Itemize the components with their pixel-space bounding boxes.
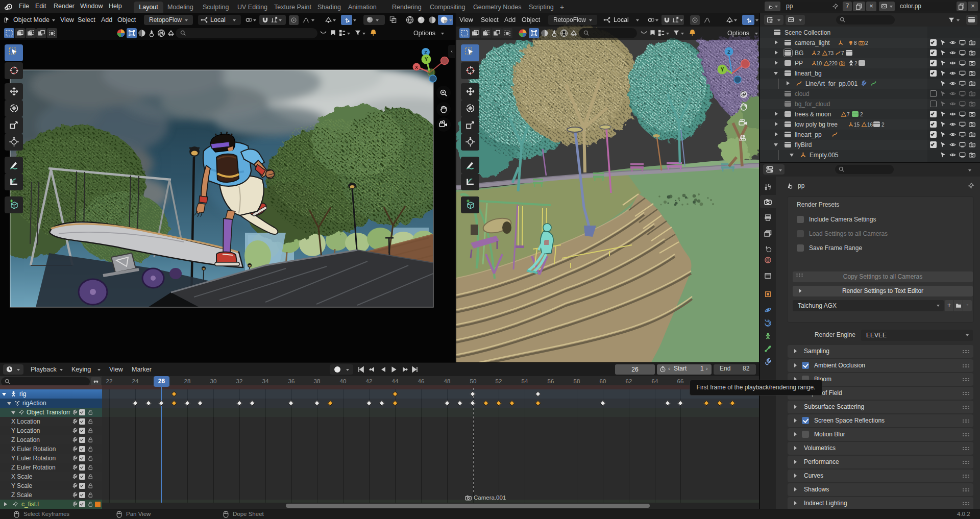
svg-text:Z: Z <box>727 50 730 55</box>
svg-text:Y: Y <box>721 67 724 72</box>
svg-text:X: X <box>415 65 418 70</box>
svg-text:Y: Y <box>425 57 428 62</box>
svg-text:Z: Z <box>424 50 427 55</box>
